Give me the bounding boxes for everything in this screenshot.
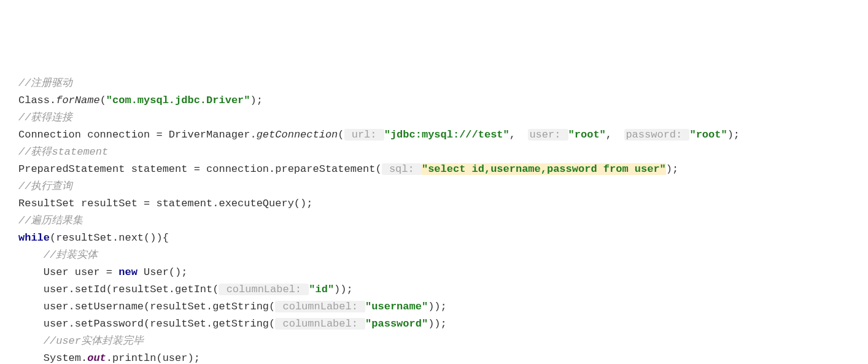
code-text: Class. bbox=[18, 95, 56, 106]
code-text: user.setPassword(resultSet.getString( bbox=[18, 318, 275, 330]
code-text: user.setId(resultSet.getInt( bbox=[18, 284, 219, 295]
string: " bbox=[660, 163, 666, 175]
code-text: , bbox=[510, 129, 529, 141]
code-text: ResultSet resultSet = statement.executeQ… bbox=[18, 198, 312, 209]
keyword: while bbox=[18, 232, 50, 244]
code-text: ( bbox=[338, 129, 344, 141]
code-text: (resultSet.next()){ bbox=[50, 232, 169, 244]
string: "root" bbox=[689, 129, 727, 141]
code-text: User(); bbox=[138, 266, 188, 278]
code-text: ); bbox=[250, 95, 262, 106]
code-text: PreparedStatement statement = connection… bbox=[18, 163, 382, 175]
field: out bbox=[87, 352, 106, 364]
string: "root" bbox=[568, 129, 606, 141]
method: forName bbox=[56, 95, 99, 106]
code-text: ( bbox=[100, 95, 106, 106]
sql-keyword: select bbox=[428, 163, 465, 175]
code-text: )); bbox=[428, 318, 447, 330]
code-block: //注册驱动 Class.forName("com.mysql.jdbc.Dri… bbox=[18, 75, 868, 364]
string: "id" bbox=[309, 284, 334, 295]
code-text: Connection connection = DriverManager. bbox=[18, 129, 257, 141]
code-text: )); bbox=[428, 301, 447, 312]
code-text: )); bbox=[334, 284, 353, 295]
code-text: ); bbox=[666, 163, 678, 175]
method: getConnection bbox=[257, 129, 338, 141]
comment: //user实体封装完毕 bbox=[18, 335, 144, 347]
comment: //遍历结果集 bbox=[18, 215, 83, 227]
code-text: user.setUsername(resultSet.getString( bbox=[18, 301, 275, 312]
string: id,username,password bbox=[465, 163, 603, 175]
sql-highlight: "select id,username,password from user" bbox=[422, 163, 666, 175]
comment: //获得statement bbox=[18, 146, 108, 158]
param-hint: user: bbox=[528, 129, 568, 141]
comment: //获得连接 bbox=[18, 112, 72, 123]
code-text: .println(user); bbox=[106, 352, 200, 364]
sql-keyword: from bbox=[603, 163, 629, 175]
comment: //封装实体 bbox=[18, 249, 98, 261]
comment: //执行查询 bbox=[18, 180, 72, 192]
param-hint: columnLabel: bbox=[275, 301, 365, 312]
string: "jdbc:mysql:///test" bbox=[384, 129, 510, 141]
code-text: User user = bbox=[18, 266, 118, 278]
code-text: ); bbox=[727, 129, 740, 141]
param-hint: password: bbox=[624, 129, 689, 141]
param-hint: columnLabel: bbox=[219, 284, 309, 295]
param-hint: sql: bbox=[382, 163, 422, 175]
string: " bbox=[422, 163, 428, 175]
code-text: System. bbox=[18, 352, 87, 364]
keyword: new bbox=[118, 266, 138, 278]
string: "password" bbox=[365, 318, 428, 330]
param-hint: url: bbox=[344, 129, 384, 141]
string: "com.mysql.jdbc.Driver" bbox=[106, 95, 250, 106]
string: user bbox=[629, 163, 660, 175]
comment: //注册驱动 bbox=[18, 77, 72, 89]
param-hint: columnLabel: bbox=[275, 318, 365, 330]
code-text: , bbox=[606, 129, 625, 141]
string: "username" bbox=[365, 301, 428, 312]
